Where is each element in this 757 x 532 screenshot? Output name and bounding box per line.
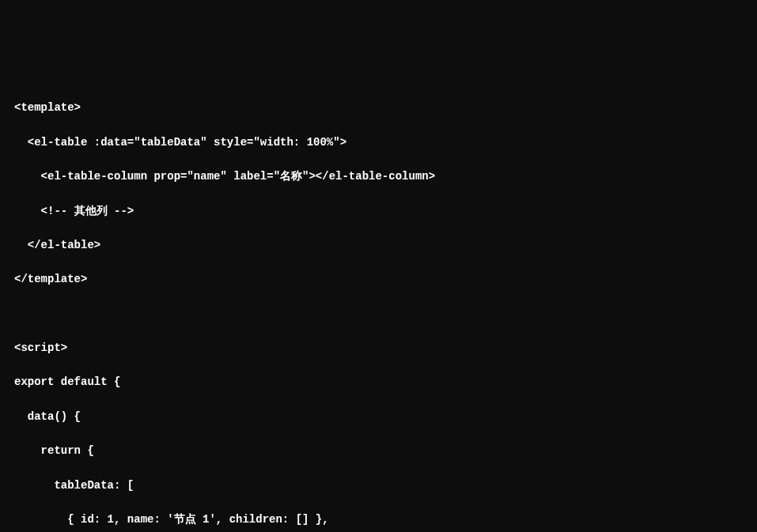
code-line: <!-- 其他列 --> — [14, 203, 743, 221]
code-line: export default { — [14, 374, 743, 391]
code-block: <template> <el-table :data="tableData" s… — [14, 83, 743, 532]
code-line: return { — [14, 443, 743, 460]
code-line: </el-table> — [14, 237, 743, 255]
code-line: tableData: [ — [14, 477, 743, 495]
code-line: <template> — [14, 100, 743, 117]
code-line — [14, 306, 743, 323]
code-line: data() { — [14, 409, 743, 426]
code-line: <el-table-column prop="name" label="名称">… — [14, 168, 743, 186]
code-line: <el-table :data="tableData" style="width… — [14, 134, 743, 152]
code-line: </template> — [14, 271, 743, 289]
code-line: { id: 1, name: '节点 1', children: [] }, — [14, 511, 743, 529]
code-line: <script> — [14, 340, 743, 357]
